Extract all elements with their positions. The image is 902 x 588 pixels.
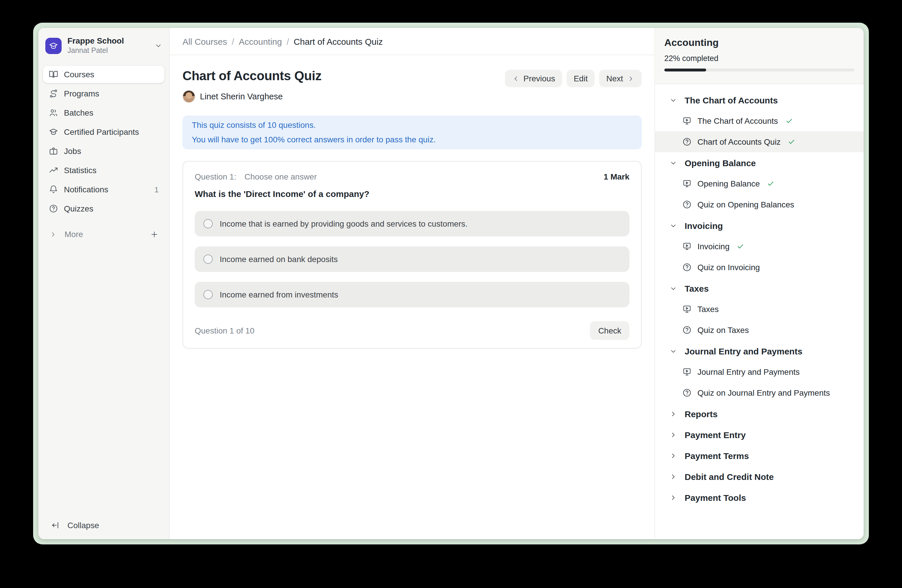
app-window: Frappe School Jannat Patel Courses Progr… xyxy=(38,28,864,539)
monitor-play-icon xyxy=(682,242,692,251)
chevron-down-icon xyxy=(670,285,677,292)
outline-section-reports[interactable]: Reports xyxy=(655,403,864,424)
monitor-play-icon xyxy=(682,305,692,314)
chevron-left-icon xyxy=(512,75,519,82)
outline-lesson-opening-balance[interactable]: Opening Balance xyxy=(655,173,864,194)
sidebar-more[interactable]: More xyxy=(38,225,169,243)
chevron-right-icon xyxy=(627,75,635,82)
course-progress-bar xyxy=(664,69,854,72)
radio-button[interactable] xyxy=(204,290,213,299)
app-window-frame: Frappe School Jannat Patel Courses Progr… xyxy=(33,23,869,544)
breadcrumb-separator: / xyxy=(287,36,289,46)
outline-section-payment-tools[interactable]: Payment Tools xyxy=(655,487,864,508)
monitor-play-icon xyxy=(682,179,692,188)
radio-button[interactable] xyxy=(204,219,213,228)
bell-icon xyxy=(49,185,58,194)
outline-lesson-quiz-on-taxes[interactable]: Quiz on Taxes xyxy=(655,319,864,341)
outline-lesson-invoicing[interactable]: Invoicing xyxy=(655,236,864,257)
chevron-right-icon xyxy=(670,494,677,501)
chevron-down-icon[interactable] xyxy=(155,42,162,49)
course-title: Accounting xyxy=(664,37,854,49)
users-icon xyxy=(49,108,58,117)
outline-section-payment-terms[interactable]: Payment Terms xyxy=(655,445,864,466)
next-button[interactable]: Next xyxy=(599,70,642,87)
outline-lesson-journal-entry-and-payments[interactable]: Journal Entry and Payments xyxy=(655,361,864,382)
workspace-switcher[interactable]: Frappe School Jannat Patel xyxy=(38,28,169,62)
chevron-down-icon xyxy=(670,96,677,104)
quiz-instruction-line: This quiz consists of 10 questions. xyxy=(192,118,632,133)
outline-lesson-chart-of-accounts-quiz[interactable]: Chart of Accounts Quiz xyxy=(655,131,864,152)
outline-section-payment-entry[interactable]: Payment Entry xyxy=(655,424,864,445)
sidebar-item-notifications[interactable]: Notifications 1 xyxy=(43,181,164,198)
notification-count-badge: 1 xyxy=(155,185,159,194)
chevron-down-icon xyxy=(670,347,677,355)
left-sidebar: Frappe School Jannat Patel Courses Progr… xyxy=(38,28,170,539)
monitor-play-icon xyxy=(682,116,692,125)
question-progress: Question 1 of 10 xyxy=(195,326,255,335)
breadcrumb: All Courses / Accounting / Chart of Acco… xyxy=(170,28,655,55)
plus-icon[interactable] xyxy=(150,230,159,239)
breadcrumb-all-courses[interactable]: All Courses xyxy=(183,36,227,46)
sidebar-item-batches[interactable]: Batches xyxy=(43,104,164,122)
sidebar-nav: Courses Programs Batches Certified Parti… xyxy=(38,66,169,217)
chevron-right-icon xyxy=(49,230,57,238)
outline-section-debit-and-credit-note[interactable]: Debit and Credit Note xyxy=(655,466,864,487)
radio-button[interactable] xyxy=(204,255,213,264)
help-circle-icon xyxy=(682,263,692,272)
author-avatar xyxy=(183,90,195,103)
trending-up-icon xyxy=(49,166,58,175)
answer-options: Income that is earned by providing goods… xyxy=(195,211,630,307)
outline-section-journal-entry-and-payments[interactable]: Journal Entry and Payments xyxy=(655,341,864,361)
graduation-cap-icon xyxy=(49,127,58,136)
check-icon xyxy=(767,180,775,188)
check-button[interactable]: Check xyxy=(590,321,630,340)
outline-lesson-quiz-on-journal-entry-and-payments[interactable]: Quiz on Journal Entry and Payments xyxy=(655,382,864,403)
previous-button[interactable]: Previous xyxy=(505,70,562,87)
answer-option[interactable]: Income that is earned by providing goods… xyxy=(195,211,630,236)
briefcase-icon xyxy=(49,146,58,156)
frappe-school-logo xyxy=(45,38,62,54)
route-icon xyxy=(49,89,58,98)
breadcrumb-accounting[interactable]: Accounting xyxy=(239,36,282,46)
answer-option[interactable]: Income earned on bank deposits xyxy=(195,246,630,272)
book-open-icon xyxy=(49,70,58,79)
chevron-right-icon xyxy=(670,452,677,459)
collapse-icon xyxy=(51,521,60,530)
outline-lesson-quiz-on-opening-balances[interactable]: Quiz on Opening Balances xyxy=(655,194,864,215)
edit-button[interactable]: Edit xyxy=(567,70,595,87)
check-icon xyxy=(788,138,796,146)
answer-option[interactable]: Income earned from investments xyxy=(195,282,630,307)
center-column: All Courses / Accounting / Chart of Acco… xyxy=(170,28,655,539)
breadcrumb-current: Chart of Accounts Quiz xyxy=(294,36,383,46)
quiz-toolbar: Previous Edit Next xyxy=(505,70,642,87)
course-progress-fill xyxy=(664,69,706,72)
course-completion-label: 22% completed xyxy=(664,54,854,63)
question-marks: 1 Mark xyxy=(604,172,630,181)
help-circle-icon xyxy=(682,325,692,335)
sidebar-item-programs[interactable]: Programs xyxy=(43,85,164,102)
chevron-right-icon xyxy=(670,410,677,418)
outline-lesson-quiz-on-invoicing[interactable]: Quiz on Invoicing xyxy=(655,257,864,278)
course-progress-header: Accounting 22% completed xyxy=(655,28,864,84)
outline-section-opening-balance[interactable]: Opening Balance xyxy=(655,152,864,173)
help-circle-icon xyxy=(49,204,58,213)
sidebar-item-jobs[interactable]: Jobs xyxy=(43,142,164,160)
sidebar-item-statistics[interactable]: Statistics xyxy=(43,161,164,179)
quiz-instruction-line: You will have to get 100% correct answer… xyxy=(192,133,632,147)
check-icon xyxy=(785,117,793,125)
more-label: More xyxy=(64,230,83,239)
outline-lesson-taxes[interactable]: Taxes xyxy=(655,299,864,319)
question-card: Question 1: Choose one answer 1 Mark Wha… xyxy=(183,161,642,349)
outline-lesson-the-chart-of-accounts[interactable]: The Chart of Accounts xyxy=(655,110,864,131)
quiz-author: Linet Sherin Varghese xyxy=(183,90,321,103)
sidebar-item-quizzes[interactable]: Quizzes xyxy=(43,200,164,217)
course-outline-panel: Accounting 22% completed The Chart of Ac… xyxy=(655,28,864,539)
collapse-sidebar-button[interactable]: Collapse xyxy=(38,516,169,534)
outline-section-taxes[interactable]: Taxes xyxy=(655,278,864,299)
sidebar-item-courses[interactable]: Courses xyxy=(43,66,164,83)
question-number-label: Question 1: xyxy=(195,172,236,181)
sidebar-item-certified-participants[interactable]: Certified Participants xyxy=(43,123,164,141)
author-name: Linet Sherin Varghese xyxy=(200,92,283,101)
outline-section-the-chart-of-accounts[interactable]: The Chart of Accounts xyxy=(655,89,864,110)
outline-section-invoicing[interactable]: Invoicing xyxy=(655,215,864,236)
